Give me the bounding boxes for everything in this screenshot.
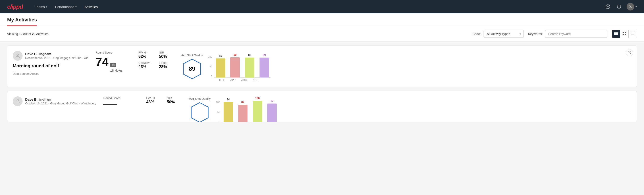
svg-rect-7 <box>622 32 624 33</box>
svg-point-15 <box>17 54 18 56</box>
svg-rect-10 <box>625 34 626 35</box>
avatar <box>626 3 634 10</box>
svg-rect-12 <box>631 33 634 33</box>
svg-rect-8 <box>625 32 626 33</box>
avg-shot-quality-label: Avg Shot Quality <box>181 54 203 57</box>
chart-group-app: 90 <box>229 57 242 78</box>
stat-fw-hit-2: FW Hit 43% <box>146 96 161 104</box>
hexagon: 89 <box>183 59 201 79</box>
svg-point-3 <box>630 5 631 7</box>
score-section-2: Round Score <box>103 96 139 105</box>
chart-group-putt-2: 87 <box>266 104 278 122</box>
main-content: Dave Billingham December 05, 2021 - Gog … <box>0 45 644 122</box>
keywords-label: Keywords: <box>528 32 543 36</box>
teams-chevron-icon: ▾ <box>46 6 47 8</box>
bar-chart: 100 50 0 85 90 <box>208 51 271 82</box>
score-display: 74 +4 18 Holes <box>96 56 131 72</box>
hexagon-container-2: Avg Shot Quality <box>189 97 211 122</box>
stat-gir: GIR 50% <box>159 51 174 59</box>
logo[interactable]: clippd <box>7 3 23 10</box>
nav-performance[interactable]: Performance ▾ <box>52 3 80 10</box>
chart-y-labels-2: 100 50 0 <box>216 101 220 122</box>
hexagon-score: 89 <box>189 65 195 72</box>
show-filter-group: Show: All Activity Types <box>472 30 524 38</box>
show-label: Show: <box>472 32 481 36</box>
user-menu[interactable]: ▾ <box>626 3 637 10</box>
user-name-2: Dave Billingham <box>25 98 96 101</box>
bar-chart-2: 100 50 0 94 82 10 <box>216 96 278 122</box>
svg-marker-18 <box>191 103 208 122</box>
stats-section-2: FW Hit 43% GIR 56% <box>146 96 182 104</box>
round-score-label-2: Round Score <box>103 96 139 100</box>
chart-group-ott: 85 <box>214 58 227 78</box>
round-score-label: Round Score <box>96 51 131 54</box>
performance-chevron-icon: ▾ <box>76 6 76 8</box>
list-view-button[interactable] <box>612 30 620 38</box>
nav-teams[interactable]: Teams ▾ <box>32 3 50 10</box>
svg-rect-6 <box>614 34 618 35</box>
svg-rect-13 <box>631 34 634 34</box>
hexagon-container: Avg Shot Quality 89 <box>181 54 203 79</box>
nav-links: Teams ▾ Performance ▾ Activities <box>32 3 595 10</box>
hexagon-2 <box>191 102 209 122</box>
svg-rect-14 <box>631 34 634 35</box>
quality-section: Avg Shot Quality 89 100 50 0 <box>181 51 631 82</box>
stat-1putt: 1 Putt 28% <box>159 61 174 69</box>
svg-point-17 <box>17 99 18 101</box>
edit-button[interactable] <box>626 49 633 56</box>
compact-view-button[interactable] <box>628 30 637 38</box>
stat-fw-hit: FW Hit 62% <box>138 51 154 59</box>
viewing-count: 12 <box>19 32 22 36</box>
viewing-total: 29 <box>32 32 36 36</box>
refresh-button[interactable] <box>616 3 622 10</box>
chart-group-arg: 89 <box>243 58 256 78</box>
card-left: Dave Billingham December 05, 2021 - Gog … <box>13 51 88 76</box>
user-details: Dave Billingham December 05, 2021 - Gog … <box>25 52 88 60</box>
nav-activities[interactable]: Activities <box>82 3 101 10</box>
bar-label-arg: ARG <box>240 78 249 82</box>
card-left-2: Dave Billingham October 16, 2021 - Gog M… <box>13 96 96 109</box>
nav-right: ▾ <box>604 3 637 10</box>
viewing-text: Viewing 12 out of 29 Activities <box>7 32 468 36</box>
activity-card: Dave Billingham December 05, 2021 - Gog … <box>7 45 637 87</box>
avg-shot-quality-label-2: Avg Shot Quality <box>189 97 211 100</box>
view-toggles <box>612 30 637 38</box>
stats-section: FW Hit 62% GIR 50% Up/Down 43% 1 Putt 28… <box>138 51 174 69</box>
bar-label-putt: PUTT <box>250 78 260 82</box>
quality-section-2: Avg Shot Quality 100 50 0 <box>189 96 631 122</box>
user-name: Dave Billingham <box>25 52 88 56</box>
avatar <box>13 51 22 61</box>
stat-gir-2: GIR 56% <box>167 96 182 104</box>
data-source: Data Source: Arccos <box>13 72 88 76</box>
search-input[interactable] <box>545 30 608 38</box>
page-title: My Activities <box>7 17 37 26</box>
activity-type-select-wrapper: All Activity Types <box>484 30 524 38</box>
chart-group-arg-2: 106 <box>251 100 264 122</box>
bar-label-app: APP <box>228 78 238 82</box>
user-date-2: October 16, 2021 - Gog Magog Golf Club -… <box>25 102 96 105</box>
page-header: My Activities <box>0 14 644 26</box>
score-badge: +4 <box>110 63 116 67</box>
filter-bar: Viewing 12 out of 29 Activities Show: Al… <box>0 26 644 42</box>
user-info-2: Dave Billingham October 16, 2021 - Gog M… <box>13 96 96 106</box>
score-section: Round Score 74 +4 18 Holes <box>96 51 131 72</box>
svg-rect-11 <box>631 32 634 32</box>
chart-group-ott-2: 94 <box>222 102 234 122</box>
chart-group-app-2: 82 <box>236 105 249 122</box>
grid-view-button[interactable] <box>620 30 628 38</box>
user-chevron-icon: ▾ <box>636 5 637 8</box>
activity-type-select[interactable]: All Activity Types <box>484 30 524 38</box>
svg-rect-4 <box>614 32 618 32</box>
user-info: Dave Billingham December 05, 2021 - Gog … <box>13 51 88 61</box>
navbar: clippd Teams ▾ Performance ▾ Activities … <box>0 0 644 14</box>
stat-updown: Up/Down 43% <box>138 61 154 69</box>
keywords-filter-group: Keywords: <box>528 30 608 38</box>
svg-rect-5 <box>614 33 618 34</box>
score-display-2 <box>103 102 139 105</box>
add-button[interactable] <box>604 3 612 10</box>
chart-y-labels: 100 50 0 <box>208 55 212 78</box>
score-number: 74 <box>96 56 108 68</box>
svg-rect-9 <box>622 34 624 35</box>
bar-label-ott: OTT <box>217 78 226 82</box>
chart-group-putt: 89 <box>258 58 270 78</box>
